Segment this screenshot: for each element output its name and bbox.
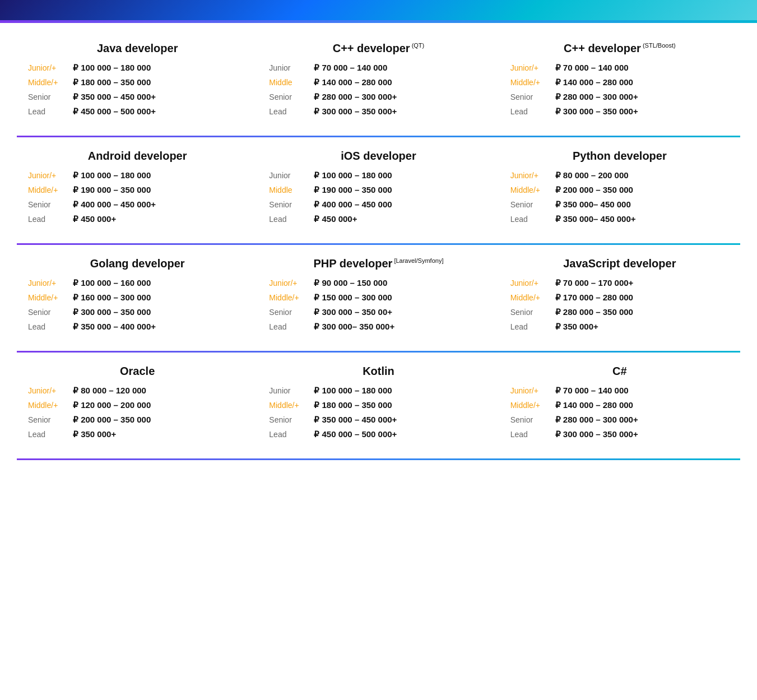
- salary-row: Junior/+₽ 70 000 – 170 000+: [510, 278, 729, 288]
- salary-row: Lead₽ 300 000 – 350 000+: [269, 106, 487, 117]
- level-label: Junior/+: [269, 279, 309, 288]
- salary-value: ₽ 300 000 – 350 00+: [314, 307, 392, 317]
- level-label: Junior/+: [510, 386, 551, 395]
- level-label: Senior: [269, 200, 309, 209]
- role-section-javascript-developer: JavaScript developerJunior/+₽ 70 000 – 1…: [499, 249, 740, 346]
- role-title-kotlin: Kotlin: [269, 365, 487, 378]
- salary-row: Junior₽ 100 000 – 180 000: [269, 386, 487, 396]
- section-divider-1: [17, 243, 740, 245]
- level-label: Lead: [269, 215, 309, 224]
- salary-value: ₽ 300 000– 350 000+: [314, 322, 394, 332]
- section-row-0: Java developerJunior/+₽ 100 000 – 180 00…: [17, 34, 740, 131]
- salary-row: Lead₽ 450 000 – 500 000+: [28, 106, 247, 117]
- salary-row: Senior₽ 400 000 – 450 000+: [28, 200, 247, 210]
- salary-value: ₽ 70 000 – 140 000: [555, 63, 629, 73]
- salary-row: Lead₽ 350 000 – 400 000+: [28, 322, 247, 332]
- salary-value: ₽ 140 000 – 280 000: [314, 77, 392, 87]
- level-label: Senior: [28, 308, 68, 317]
- salary-value: ₽ 120 000 – 200 000: [73, 400, 151, 410]
- salary-row: Senior₽ 280 000 – 300 000+: [269, 92, 487, 102]
- level-label: Lead: [269, 430, 309, 439]
- role-title-php-developer: PHP developer [Laravel/Symfony]: [269, 257, 487, 270]
- section-row-2: Golang developerJunior/+₽ 100 000 – 160 …: [17, 249, 740, 346]
- level-label: Senior: [269, 415, 309, 424]
- role-title-golang-developer: Golang developer: [28, 257, 247, 270]
- role-title-cpp-developer-qt: C++ developer (QT): [269, 42, 487, 55]
- bottom-border: [17, 458, 740, 460]
- salary-value: ₽ 450 000+: [314, 214, 357, 224]
- salary-row: Middle/+₽ 140 000 – 280 000: [510, 77, 729, 87]
- salary-value: ₽ 400 000 – 450 000: [314, 200, 392, 210]
- salary-value: ₽ 280 000 – 300 000+: [555, 415, 638, 425]
- salary-row: Lead₽ 350 000– 450 000+: [510, 214, 729, 224]
- salary-value: ₽ 100 000 – 180 000: [73, 170, 151, 180]
- salary-row: Middle/+₽ 160 000 – 300 000: [28, 293, 247, 303]
- level-label: Lead: [28, 322, 68, 331]
- level-label: Lead: [510, 322, 551, 331]
- salary-value: ₽ 450 000+: [73, 214, 116, 224]
- level-label: Junior/+: [28, 386, 68, 395]
- salary-value: ₽ 450 000 – 500 000+: [73, 106, 156, 117]
- salary-value: ₽ 140 000 – 280 000: [555, 77, 633, 87]
- role-title-python-developer: Python developer: [510, 150, 729, 163]
- salary-value: ₽ 350 000+: [555, 322, 598, 332]
- role-title-ios-developer: iOS developer: [269, 150, 487, 163]
- salary-row: Middle/+₽ 180 000 – 350 000: [269, 400, 487, 410]
- level-label: Lead: [28, 215, 68, 224]
- level-label: Junior/+: [510, 63, 551, 72]
- salary-row: Middle/+₽ 180 000 – 350 000: [28, 77, 247, 87]
- salary-row: Middle₽ 190 000 – 350 000: [269, 185, 487, 195]
- salary-row: Middle/+₽ 190 000 – 350 000: [28, 185, 247, 195]
- role-section-kotlin: KotlinJunior₽ 100 000 – 180 000Middle/+₽…: [258, 357, 499, 454]
- level-label: Lead: [510, 107, 551, 116]
- salary-row: Lead₽ 300 000– 350 000+: [269, 322, 487, 332]
- salary-row: Middle/+₽ 170 000 – 280 000: [510, 293, 729, 303]
- level-label: Lead: [269, 107, 309, 116]
- salary-row: Lead₽ 450 000+: [28, 214, 247, 224]
- salary-value: ₽ 450 000 – 500 000+: [314, 429, 397, 439]
- level-label: Senior: [510, 200, 551, 209]
- salary-value: ₽ 350 000 – 450 000+: [73, 92, 156, 102]
- level-label: Middle/+: [510, 186, 551, 194]
- salary-row: Middle/+₽ 140 000 – 280 000: [510, 400, 729, 410]
- level-label: Junior/+: [510, 279, 551, 288]
- level-label: Lead: [28, 107, 68, 116]
- level-label: Senior: [510, 92, 551, 101]
- section-row-1: Android developerJunior/+₽ 100 000 – 180…: [17, 142, 740, 239]
- salary-row: Lead₽ 350 000+: [28, 429, 247, 439]
- salary-row: Junior₽ 70 000 – 140 000: [269, 63, 487, 73]
- salary-value: ₽ 190 000 – 350 000: [73, 185, 151, 195]
- salary-row: Junior/+₽ 100 000 – 180 000: [28, 170, 247, 180]
- level-label: Middle/+: [28, 401, 68, 410]
- salary-value: ₽ 70 000 – 140 000: [555, 386, 629, 396]
- salary-value: ₽ 100 000 – 180 000: [73, 63, 151, 73]
- salary-row: Senior₽ 280 000 – 300 000+: [510, 92, 729, 102]
- salary-value: ₽ 200 000 – 350 000: [555, 185, 633, 195]
- salary-value: ₽ 400 000 – 450 000+: [73, 200, 156, 210]
- salary-value: ₽ 280 000 – 350 000: [555, 307, 633, 317]
- salary-value: ₽ 100 000 – 180 000: [314, 170, 392, 180]
- salary-row: Junior/+₽ 100 000 – 160 000: [28, 278, 247, 288]
- level-label: Lead: [269, 322, 309, 331]
- salary-row: Junior/+₽ 80 000 – 200 000: [510, 170, 729, 180]
- salary-row: Senior₽ 350 000 – 450 000+: [28, 92, 247, 102]
- salary-value: ₽ 100 000 – 180 000: [314, 386, 392, 396]
- salary-value: ₽ 300 000 – 350 000+: [555, 429, 638, 439]
- salary-value: ₽ 300 000 – 350 000+: [314, 106, 397, 117]
- salary-value: ₽ 280 000 – 300 000+: [314, 92, 397, 102]
- level-label: Middle/+: [510, 401, 551, 410]
- role-title-cpp-developer-stl: C++ developer (STL/Boost): [510, 42, 729, 55]
- role-section-php-developer: PHP developer [Laravel/Symfony]Junior/+₽…: [258, 249, 499, 346]
- role-title-csharp: C#: [510, 365, 729, 378]
- level-label: Junior: [269, 171, 309, 180]
- salary-row: Junior/+₽ 80 000 – 120 000: [28, 386, 247, 396]
- role-section-java-developer: Java developerJunior/+₽ 100 000 – 180 00…: [17, 34, 258, 131]
- salary-value: ₽ 160 000 – 300 000: [73, 293, 151, 303]
- level-label: Junior/+: [28, 171, 68, 180]
- level-label: Senior: [510, 415, 551, 424]
- salary-value: ₽ 80 000 – 120 000: [73, 386, 146, 396]
- role-section-cpp-developer-qt: C++ developer (QT)Junior₽ 70 000 – 140 0…: [258, 34, 499, 131]
- salary-value: ₽ 300 000 – 350 000+: [555, 106, 638, 117]
- salary-row: Lead₽ 450 000+: [269, 214, 487, 224]
- level-label: Senior: [28, 92, 68, 101]
